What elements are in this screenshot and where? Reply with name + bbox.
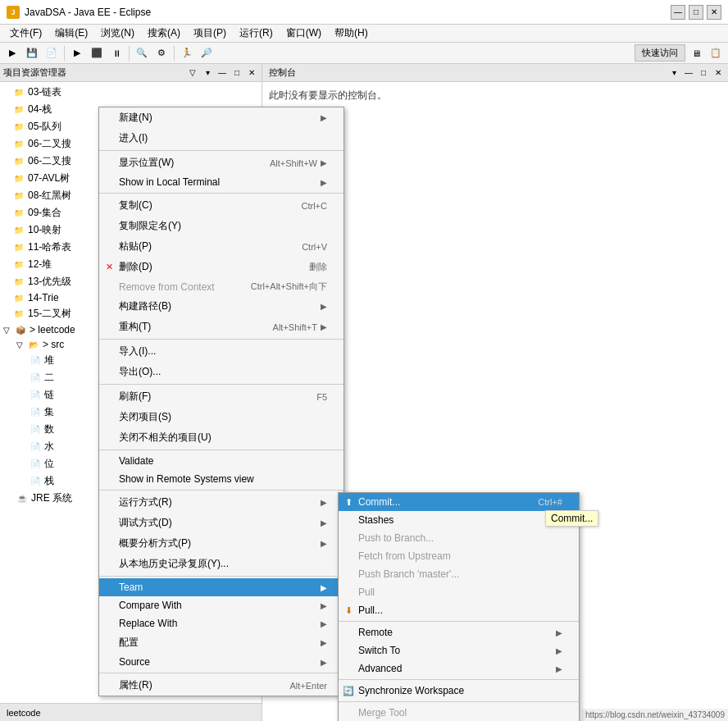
team-pull-no-dialog[interactable]: Pull	[339, 583, 579, 601]
sep3	[99, 339, 344, 340]
arrow-icon: ▶	[321, 322, 327, 331]
arrow-icon: ▶	[321, 658, 327, 667]
ctx-build-path[interactable]: 构建路径(B) ▶	[99, 296, 344, 317]
ctx-refresh[interactable]: 刷新(F) F5	[99, 386, 344, 407]
arrow-icon: ▶	[556, 664, 562, 673]
team-submenu: ⬆ Commit... Ctrl+# Stashes ▶ Push to Bra…	[338, 492, 580, 721]
sep2	[99, 193, 344, 194]
commit-icon: ⬆	[342, 495, 355, 509]
ctx-validate[interactable]: Validate	[99, 452, 344, 470]
ctx-replace-with[interactable]: Replace With ▶	[99, 614, 344, 632]
commit-tooltip-label: Commit...	[551, 513, 593, 524]
ctx-import[interactable]: 导入(I)...	[99, 341, 344, 362]
team-stashes[interactable]: Stashes ▶	[339, 511, 579, 529]
sep8	[99, 673, 344, 673]
sep3	[339, 701, 579, 702]
ctx-properties[interactable]: 属性(R) Alt+Enter	[99, 675, 344, 696]
sep4	[99, 384, 344, 385]
arrow-icon: ▶	[321, 498, 327, 507]
arrow-icon: ▶	[321, 178, 327, 187]
sep1	[339, 621, 579, 622]
arrow-icon: ▶	[321, 302, 327, 311]
sep6	[99, 490, 344, 491]
ctx-copy-name[interactable]: 复制限定名(Y)	[99, 216, 344, 236]
arrow-icon: ▶	[556, 646, 562, 655]
arrow-icon: ▶	[321, 158, 327, 167]
ctx-show-terminal[interactable]: Show in Local Terminal ▶	[99, 173, 344, 191]
ctx-debug-as[interactable]: 调试方式(D) ▶	[99, 513, 344, 533]
ctx-configure[interactable]: 配置 ▶	[99, 632, 344, 653]
ctx-profile[interactable]: 概要分析方式(P) ▶	[99, 533, 344, 554]
ctx-team[interactable]: Team ▶	[99, 578, 344, 596]
commit-tooltip: Commit...	[545, 510, 598, 527]
team-commit[interactable]: ⬆ Commit... Ctrl+#	[339, 493, 579, 511]
arrow-icon: ▶	[556, 628, 562, 637]
ctx-new[interactable]: 新建(N) ▶	[99, 107, 344, 128]
ctx-paste[interactable]: 粘贴(P) Ctrl+V	[99, 236, 344, 257]
ctx-source[interactable]: Source ▶	[99, 653, 344, 671]
sep5	[99, 449, 344, 450]
ctx-close-unrelated[interactable]: 关闭不相关的项目(U)	[99, 427, 344, 448]
arrow-icon: ▶	[321, 518, 327, 527]
sep7	[99, 576, 344, 577]
arrow-icon: ▶	[321, 601, 327, 610]
ctx-compare-with[interactable]: Compare With ▶	[99, 596, 344, 614]
team-switch-to[interactable]: Switch To ▶	[339, 641, 579, 659]
team-merge-tool[interactable]: Merge Tool	[339, 704, 579, 721]
arrow-icon: ▶	[321, 638, 327, 647]
ctx-close-project[interactable]: 关闭项目(S)	[99, 407, 344, 427]
team-remote[interactable]: Remote ▶	[339, 623, 579, 641]
ctx-export[interactable]: 导出(O)...	[99, 362, 344, 382]
team-advanced[interactable]: Advanced ▶	[339, 659, 579, 678]
sync-icon: 🔄	[342, 684, 355, 697]
team-synchronize[interactable]: 🔄 Synchronize Workspace	[339, 682, 579, 700]
pull-icon: ⬇	[342, 604, 355, 617]
ctx-enter[interactable]: 进入(I)	[99, 128, 344, 148]
team-pull[interactable]: ⬇ Pull...	[339, 601, 579, 619]
arrow-icon: ▶	[321, 619, 327, 628]
ctx-restore-history[interactable]: 从本地历史记录复原(Y)...	[99, 554, 344, 574]
main-context-menu: 新建(N) ▶ 进入(I) 显示位置(W) Alt+Shift+W ▶ Show…	[98, 107, 344, 696]
ctx-show-remote[interactable]: Show in Remote Systems view	[99, 470, 344, 488]
ctx-refactor[interactable]: 重构(T) Alt+Shift+T ▶	[99, 317, 344, 337]
team-fetch[interactable]: Fetch from Upstream	[339, 547, 579, 565]
ctx-delete[interactable]: ✕ 删除(D) 删除	[99, 257, 344, 277]
ctx-remove[interactable]: Remove from Context Ctrl+Alt+Shift+向下	[99, 277, 344, 296]
arrow-icon: ▶	[321, 583, 327, 592]
ctx-show-location[interactable]: 显示位置(W) Alt+Shift+W ▶	[99, 153, 344, 173]
delete-icon: ✕	[102, 261, 116, 274]
team-push-branch[interactable]: Push Branch 'master'...	[339, 565, 579, 583]
sep1	[99, 150, 344, 151]
ctx-copy[interactable]: 复制(C) Ctrl+C	[99, 195, 344, 216]
arrow-icon: ▶	[321, 113, 327, 122]
ctx-run-as[interactable]: 运行方式(R) ▶	[99, 492, 344, 513]
context-menu-overlay: 新建(N) ▶ 进入(I) 显示位置(W) Alt+Shift+W ▶ Show…	[0, 0, 728, 721]
team-push-to[interactable]: Push to Branch...	[339, 529, 579, 547]
arrow-icon: ▶	[321, 539, 327, 548]
sep2	[339, 679, 579, 680]
